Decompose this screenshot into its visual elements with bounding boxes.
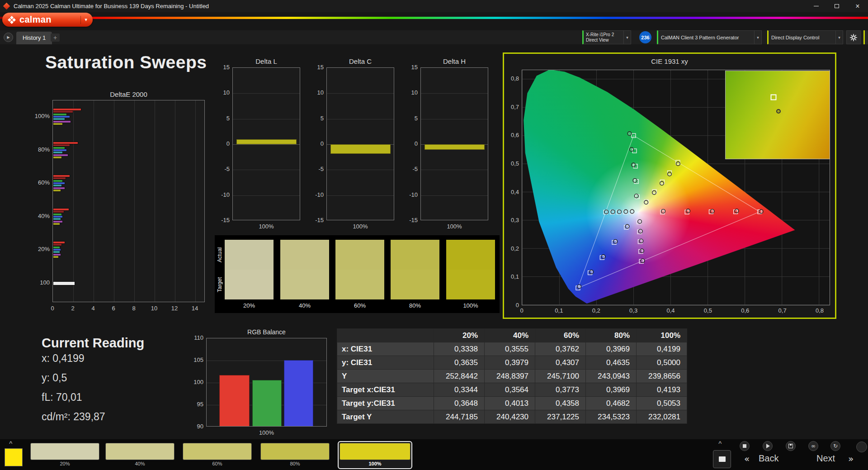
pattern-swatch-80%[interactable]: 80% bbox=[260, 443, 330, 467]
add-tab-button[interactable]: + bbox=[51, 33, 60, 42]
saturation-swatch-panel: Actual Target 20%40%60%80%100% bbox=[215, 235, 500, 313]
table-cell: 0,3338 bbox=[434, 342, 485, 356]
gear-icon bbox=[849, 33, 858, 42]
delta-y-tick: -15 bbox=[212, 217, 230, 224]
table-cell: 237,1225 bbox=[535, 410, 586, 424]
cie-x-tick: 0,5 bbox=[699, 307, 717, 314]
deltae-chart-title: DeltaE 2000 bbox=[52, 90, 205, 98]
window-controls: × bbox=[806, 0, 868, 12]
delta-y-tick: -5 bbox=[212, 166, 230, 173]
table-cell: 0,4635 bbox=[586, 356, 637, 370]
deltae-bar bbox=[53, 282, 75, 285]
gridline bbox=[233, 170, 300, 170]
gridline bbox=[233, 119, 300, 119]
chevron-up-icon[interactable]: ^ bbox=[718, 440, 722, 446]
gridline bbox=[233, 93, 300, 94]
pattern-swatch-100%[interactable]: 100% bbox=[338, 441, 412, 469]
gridline bbox=[175, 100, 175, 302]
row-label: Target y:CIE31 bbox=[337, 397, 434, 410]
delta-c-title: Delta C bbox=[326, 57, 394, 65]
pattern-generator-dropdown[interactable]: CalMAN Client 3 Pattern Generator ▾ bbox=[657, 30, 762, 44]
cie-y-tick: 0,6 bbox=[504, 132, 519, 139]
link-button[interactable]: ∞ bbox=[808, 441, 818, 451]
chevron-down-icon: ▾ bbox=[623, 31, 631, 44]
table-cell: 0,4013 bbox=[485, 397, 535, 410]
meter-name: X-Rite i1Pro 2 bbox=[586, 32, 623, 38]
tab-scroll-button[interactable]: ▶ bbox=[4, 33, 13, 42]
calman-menu-button[interactable]: calman ▾ bbox=[2, 13, 93, 27]
table-cell: 0,3979 bbox=[485, 356, 535, 370]
rgb-y-tick: 90 bbox=[184, 423, 203, 430]
deltae-bar bbox=[53, 216, 62, 218]
back-button[interactable]: Back bbox=[759, 453, 778, 464]
meter-labels: X-Rite i1Pro 2 Direct View bbox=[584, 32, 623, 43]
delta-y-tick: 5 bbox=[212, 115, 230, 122]
settings-button[interactable] bbox=[846, 30, 861, 44]
swatch-label: 20% bbox=[225, 302, 274, 309]
display-control-dropdown[interactable]: Direct Display Control ▾ bbox=[767, 30, 843, 44]
calman-logo-icon bbox=[8, 16, 16, 24]
logo-text: calman bbox=[19, 14, 77, 25]
deltae-bar bbox=[53, 187, 65, 189]
play-icon bbox=[766, 444, 770, 448]
stop-button[interactable] bbox=[740, 441, 750, 451]
delta-y-tick: -15 bbox=[400, 217, 418, 224]
swatch-label: 40% bbox=[280, 302, 329, 309]
gridline bbox=[195, 100, 196, 302]
cie-x-tick: 0,1 bbox=[550, 307, 568, 314]
refresh-button[interactable]: ↻ bbox=[830, 441, 840, 451]
back-arrow-icon[interactable]: « bbox=[744, 453, 750, 464]
deltae-bar bbox=[53, 221, 62, 223]
table-cell: 245,7100 bbox=[535, 370, 586, 383]
delta-y-tick: 0 bbox=[212, 140, 230, 147]
gridline bbox=[134, 100, 135, 302]
play-button[interactable] bbox=[763, 441, 773, 451]
cie-y-tick: 0,5 bbox=[504, 160, 519, 167]
stop-icon bbox=[743, 444, 746, 448]
close-button[interactable]: × bbox=[847, 0, 868, 12]
pattern-swatch-20%[interactable]: 20% bbox=[30, 443, 99, 467]
pattern-swatch-60%[interactable]: 60% bbox=[183, 443, 252, 467]
tab-history-1[interactable]: History 1 bbox=[16, 32, 52, 44]
chevron-up-icon[interactable]: ^ bbox=[9, 440, 13, 446]
target-swatch bbox=[446, 270, 495, 299]
deltae-x-tick: 0 bbox=[43, 305, 61, 312]
pattern-swatch-40%[interactable]: 40% bbox=[105, 443, 175, 467]
deltae-bar bbox=[53, 177, 66, 179]
pattern-window-button[interactable] bbox=[713, 450, 731, 468]
deltae-bar bbox=[53, 251, 60, 253]
deltae-bar bbox=[53, 118, 65, 120]
gridline bbox=[327, 93, 394, 94]
deltae-bar bbox=[53, 149, 66, 151]
edge-button[interactable] bbox=[856, 442, 867, 452]
actual-row-label: Actual bbox=[217, 240, 223, 270]
gridline bbox=[327, 170, 394, 170]
save-button[interactable] bbox=[786, 441, 796, 451]
next-button[interactable]: Next bbox=[816, 453, 835, 464]
row-label: Target Y bbox=[337, 410, 434, 424]
delta-y-tick: 15 bbox=[306, 64, 324, 71]
titlebar: Calman 2025 Calman Ultimate for Business… bbox=[0, 0, 868, 12]
deltae-bar bbox=[53, 144, 70, 146]
swatch-color bbox=[340, 443, 410, 460]
meter-count-badge: 236 bbox=[639, 31, 651, 43]
row-label: Y bbox=[337, 370, 434, 383]
cie-y-tick: 0,3 bbox=[504, 217, 519, 224]
deltae-bar bbox=[53, 244, 61, 246]
table-cell: 0,5000 bbox=[637, 356, 687, 370]
cie-y-tick: 0,8 bbox=[504, 75, 519, 82]
target-swatch bbox=[280, 270, 329, 299]
bottom-bar: ^ ^ ∞ ↻ « Back Next » 20%40%60%80%100% bbox=[0, 439, 868, 470]
chevron-down-icon: ▾ bbox=[754, 31, 761, 44]
maximize-button[interactable] bbox=[826, 0, 847, 12]
refresh-icon: ↻ bbox=[833, 443, 838, 449]
cie-zoom-inset bbox=[725, 71, 830, 159]
delta-c-plot bbox=[326, 67, 394, 220]
next-arrow-icon[interactable]: » bbox=[848, 453, 854, 464]
partial-dropdown[interactable] bbox=[863, 30, 868, 44]
minimize-button[interactable] bbox=[806, 0, 826, 12]
swatch-label: 100% bbox=[446, 302, 495, 309]
meter-dropdown[interactable]: X-Rite i1Pro 2 Direct View ▾ bbox=[582, 30, 631, 44]
table-cell: 0,3969 bbox=[586, 342, 637, 356]
table-cell: 0,4307 bbox=[535, 356, 586, 370]
